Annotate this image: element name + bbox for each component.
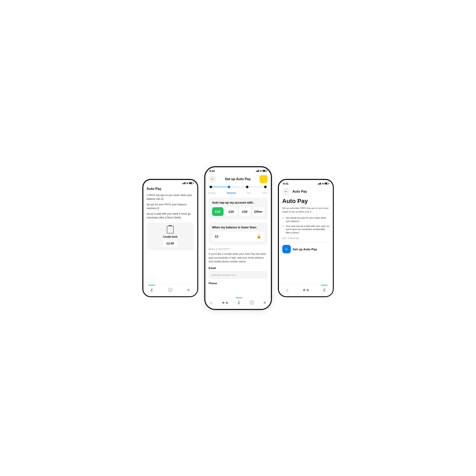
right-wifi-icon: ⊛ — [322, 183, 323, 185]
center-nav-pound[interactable]: £ — [238, 301, 240, 305]
right-nav-home[interactable]: ⌂ — [286, 288, 289, 292]
step-label-energy: Energy — [208, 192, 216, 194]
bullet-text-2: Your auto top-up is paid with your card,… — [286, 224, 329, 234]
step-label-pay: Pay — [247, 192, 251, 194]
setup-btn-label: Set up Auto Pay — [293, 247, 317, 251]
infinity-icon: ∞ — [282, 245, 291, 253]
center-time: 9:41 — [210, 169, 215, 172]
right-header: ← Auto Pay — [279, 186, 333, 198]
right-phone: 9:41 ⊛ ← Auto Pay Auto Pay Set up automa… — [278, 179, 334, 297]
amount-btn-other[interactable]: Other — [253, 207, 264, 216]
amount-btn-20[interactable]: £20 — [226, 207, 237, 216]
check-icon-2: ✓ — [282, 224, 284, 234]
nav-active-bar — [149, 285, 155, 286]
right-usage-icon: ◈‧◈ — [303, 288, 309, 292]
left-phone: ⊛ Auto Pay c PAYG top-ups so you never w… — [142, 179, 198, 297]
trash-icon-wrap — [150, 226, 190, 234]
step-label-amount: Amount — [227, 192, 236, 194]
center-status-bar: 9:41 ⊛ — [205, 167, 271, 173]
left-page-title: Auto Pay — [143, 185, 197, 193]
right-signal-icon — [318, 183, 321, 185]
bullet-item-1: ✓ Set repeat top-ups for your meter when… — [282, 216, 329, 223]
nav-item-help[interactable]: ⓘ — [168, 288, 172, 292]
right-nav-active-bar — [321, 285, 328, 286]
step-dot-energy — [210, 186, 212, 188]
right-pound-icon: £ — [323, 288, 326, 292]
center-signal-icon — [256, 170, 259, 172]
pound-icon: £ — [151, 288, 153, 292]
right-status-icons: ⊛ — [318, 183, 329, 185]
center-nav-usage[interactable]: ◈‧◈ — [222, 301, 228, 304]
divider-line — [282, 242, 329, 242]
desc-line-2: op-ups for your PAYG your balance reache… — [147, 203, 194, 210]
auto-pay-description: Set up automatic PAYG top-ups so you nev… — [282, 206, 329, 213]
center-phone: 9:41 ⊛ ← Set up Auto Pay ⚡ — [204, 166, 272, 310]
setup-auto-pay-button[interactable]: ∞ Set up Auto Pay — [282, 245, 329, 253]
center-status-icons: ⊛ — [256, 170, 267, 172]
right-nav-usage[interactable]: ◈‧◈ — [303, 288, 309, 292]
center-wifi-icon: ⊛ — [260, 170, 262, 172]
step-line-2 — [230, 187, 246, 187]
bullet-item-2: ✓ Your auto top-up is paid with your car… — [282, 224, 329, 234]
credit-label: Credit limit — [150, 235, 190, 238]
amount-btn-30[interactable]: £30 — [239, 207, 251, 216]
trash-icon[interactable] — [167, 226, 174, 234]
left-content: c PAYG top-ups so you never when your ba… — [143, 193, 197, 250]
right-back-button[interactable]: ← — [282, 188, 290, 195]
step-line-1 — [212, 187, 228, 187]
center-header: ← Set up Auto Pay ⚡ — [205, 173, 271, 186]
lightning-button[interactable]: ⚡ — [259, 175, 268, 183]
back-button[interactable]: ← — [209, 175, 216, 183]
step-line-3 — [248, 187, 264, 187]
amount-options: £10 £20 £30 Other — [212, 207, 264, 216]
right-battery-icon — [324, 183, 329, 185]
right-status-bar: 9:41 ⊛ — [279, 180, 333, 186]
balance-value: £2 — [215, 235, 219, 238]
center-nav-home[interactable]: ⌂ — [210, 301, 213, 305]
receipt-description: If you'd like a receipt when your Auto P… — [209, 252, 268, 263]
steps-progress — [205, 186, 271, 192]
left-nav-bar: £ ⓘ ≡ — [143, 284, 197, 296]
center-nav-bar: ⌂ ◈‧◈ £ ⓘ ≡ — [205, 297, 271, 309]
right-nav-pound[interactable]: £ — [323, 288, 326, 292]
balance-card: When my balance is lower than: £2 🔒 — [209, 222, 268, 245]
nav-item-menu[interactable]: ≡ — [187, 288, 190, 292]
desc-line-1: c PAYG top-ups so you never when your ba… — [147, 193, 194, 201]
step-label-done: Done — [262, 192, 268, 194]
left-status-bar: ⊛ — [143, 180, 197, 185]
right-page-title: Auto Pay — [292, 190, 307, 193]
usage-icon: ◈‧◈ — [222, 301, 228, 304]
center-help-icon: ⓘ — [250, 301, 254, 305]
topup-card-title: Auto top-up my account with: — [212, 201, 264, 204]
nav-item-pound[interactable]: £ — [151, 288, 153, 292]
right-screen: ← Auto Pay Auto Pay Set up automatic PAY… — [279, 186, 333, 297]
phone-label: Phone — [209, 282, 268, 285]
receipt-section: NEED A RECEIPT? If you'd like a receipt … — [205, 248, 271, 285]
email-input[interactable]: sam@example.com — [209, 271, 268, 279]
amount-btn-10[interactable]: £10 — [212, 207, 223, 216]
email-label: Email — [209, 266, 268, 270]
center-pound-icon: £ — [238, 301, 240, 305]
center-nav-menu[interactable]: ≡ — [263, 301, 266, 305]
balance-input-row: £2 🔒 — [212, 232, 264, 241]
step-dot-amount — [228, 186, 230, 188]
bullet-text-1: Set repeat top-ups for your meter when y… — [286, 216, 329, 223]
center-menu-icon: ≡ — [263, 301, 266, 305]
left-status-icons: ⊛ — [182, 182, 193, 184]
home-icon: ⌂ — [210, 301, 213, 305]
receipt-section-label: NEED A RECEIPT? — [209, 248, 268, 250]
right-nav-bar: ⌂ ◈‧◈ £ — [279, 284, 333, 296]
center-screen: ← Set up Auto Pay ⚡ Energy Amount Pay Do… — [205, 173, 271, 310]
center-battery-icon — [262, 170, 267, 172]
right-content: Auto Pay Set up automatic PAYG top-ups s… — [279, 198, 333, 254]
credit-card: Credit limit £2.00 — [147, 222, 194, 250]
signal-icon — [182, 182, 186, 184]
desc-line-3: op-up is paid with your bank ll never go… — [147, 212, 194, 220]
left-screen: Auto Pay c PAYG top-ups so you never whe… — [143, 185, 197, 297]
center-nav-help[interactable]: ⓘ — [250, 301, 254, 305]
balance-card-title: When my balance is lower than: — [212, 226, 264, 229]
step-dot-done — [264, 186, 267, 188]
wifi-icon: ⊛ — [186, 182, 188, 184]
left-description: c PAYG top-ups so you never when your ba… — [147, 193, 194, 220]
menu-icon: ≡ — [187, 288, 190, 292]
